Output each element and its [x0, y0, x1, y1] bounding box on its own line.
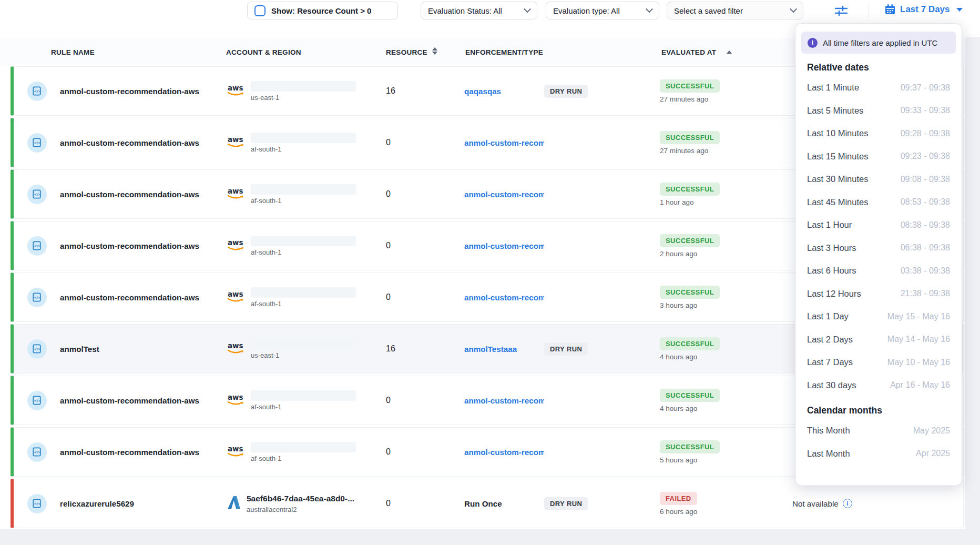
date-option-label: Last 12 Hours — [807, 289, 861, 299]
enforcement-link[interactable]: anmol-custom-recommen... — [464, 293, 544, 302]
date-option-label: Last 1 Minute — [807, 83, 859, 93]
region-label: af-south-1 — [251, 248, 356, 256]
chevron-down-icon — [790, 5, 797, 13]
evaluation-status-dropdown[interactable]: Evaluation Status: All — [421, 2, 537, 19]
date-option-range: 09:37 - 09:38 — [901, 83, 950, 93]
rule-icon: </> — [27, 82, 47, 101]
status-badge: SUCCESSFUL — [660, 183, 720, 196]
region-label: af-south-1 — [251, 197, 356, 205]
aws-logo: aws — [226, 444, 246, 460]
rule-name: anmolTest — [60, 345, 218, 354]
rule-name: anmol-custom-recommendation-aws — [60, 87, 218, 96]
date-option[interactable]: Last 3 Hours 06:38 - 09:38 — [795, 237, 962, 260]
column-header-account[interactable]: ACCOUNT & REGION — [226, 48, 301, 56]
date-option[interactable]: Last 1 Day May 15 - May 16 — [795, 305, 962, 328]
date-option[interactable]: Last 30 Minutes 09:08 - 09:38 — [795, 168, 962, 191]
date-option[interactable]: Last 12 Hours 21:38 - 09:38 — [795, 282, 962, 306]
date-option-range: 09:28 - 09:38 — [901, 129, 950, 138]
account-name-redacted — [251, 287, 356, 298]
status-badge: FAILED — [660, 492, 697, 505]
date-option-range: 09:33 - 09:38 — [901, 106, 950, 115]
resource-count: 0 — [370, 138, 448, 147]
svg-text:aws: aws — [228, 187, 243, 195]
azure-logo — [226, 496, 242, 512]
account-name-redacted — [251, 339, 356, 349]
enforcement-link[interactable]: anmolTestaaa — [464, 345, 544, 354]
rule-name: anmol-custom-recommendation-aws — [60, 241, 218, 250]
account-id: 5aef6b46-7daa-45ea-a8d0-... — [247, 494, 354, 503]
enforcement-link[interactable]: anmol-custom-recommen... — [464, 138, 544, 147]
evaluated-time: 6 hours ago — [660, 508, 697, 516]
status-badge: SUCCESSFUL — [660, 440, 720, 453]
date-range-dropdown[interactable]: Last 7 Days — [884, 4, 963, 15]
rule-name: relicxazurerule5629 — [60, 499, 218, 508]
evaluation-type-dropdown[interactable]: Evaluation type: All — [546, 2, 659, 19]
evaluated-time: 27 minutes ago — [660, 147, 708, 155]
column-header-rule-name[interactable]: RULE NAME — [51, 48, 95, 56]
resource-count: 0 — [370, 499, 448, 508]
rule-icon: </> — [27, 133, 47, 153]
date-option[interactable]: Last 6 Hours 03:38 - 09:38 — [795, 259, 962, 282]
date-range-panel: i All time filters are applied in UTC Re… — [795, 24, 962, 486]
date-option-label: This Month — [807, 426, 850, 436]
date-option-label: Last 7 Days — [807, 357, 853, 367]
status-badge: SUCCESSFUL — [660, 389, 720, 402]
date-option-range: May 10 - May 16 — [887, 358, 950, 367]
enforcement-link[interactable]: Run Once — [464, 499, 544, 508]
svg-text:</>: </> — [34, 450, 41, 455]
evaluated-time: 3 hours ago — [660, 301, 697, 309]
status-badge: SUCCESSFUL — [660, 234, 720, 247]
date-option[interactable]: Last 1 Minute 09:37 - 09:38 — [795, 76, 962, 99]
column-header-enforcement[interactable]: ENFORCEMENT/TYPE — [465, 48, 543, 56]
enforcement-link[interactable]: anmol-custom-recommen... — [464, 448, 544, 457]
date-option-label: Last 30 days — [807, 380, 856, 390]
svg-text:</>: </> — [34, 399, 41, 403]
date-option[interactable]: Last 2 Days May 14 - May 16 — [795, 328, 962, 351]
saved-filter-dropdown[interactable]: Select a saved filter — [667, 2, 803, 19]
chevron-down-icon — [524, 5, 531, 13]
checkbox[interactable] — [254, 5, 266, 16]
filter-settings-button[interactable] — [833, 3, 849, 19]
date-option[interactable]: Last 1 Hour 08:38 - 09:38 — [795, 214, 962, 237]
date-option-range: 03:38 - 09:38 — [901, 266, 950, 276]
resource-count: 0 — [370, 396, 448, 405]
date-option[interactable]: Last 30 days Apr 16 - May 16 — [795, 374, 962, 397]
enforcement-link[interactable]: qaqasqas — [464, 87, 544, 96]
info-icon[interactable]: i — [843, 499, 852, 508]
date-option[interactable]: Last Month Apr 2025 — [795, 442, 962, 466]
filter-toolbar: Show: Resource Count > 0 Evaluation Stat… — [0, 0, 980, 22]
date-option-label: Last 6 Hours — [807, 266, 856, 276]
resource-count-filter-toggle[interactable]: Show: Resource Count > 0 — [247, 2, 398, 19]
sort-asc-icon[interactable] — [727, 51, 732, 54]
resource-count: 16 — [370, 344, 448, 354]
evaluated-time: 1 hour ago — [660, 198, 694, 206]
date-range-label: Last 7 Days — [900, 4, 950, 15]
evaluated-time: 27 minutes ago — [660, 95, 708, 103]
status-badge: SUCCESSFUL — [660, 337, 720, 350]
date-option[interactable]: Last 7 Days May 10 - May 16 — [795, 351, 962, 374]
utc-notice: i All time filters are applied in UTC — [801, 32, 956, 54]
enforcement-link[interactable]: anmol-custom-recommen... — [464, 190, 544, 199]
date-option[interactable]: Last 45 Minutes 08:53 - 09:38 — [795, 191, 962, 214]
rules-evaluation-page: Show: Resource Count > 0 Evaluation Stat… — [0, 0, 980, 545]
aws-logo: aws — [226, 392, 246, 408]
account-name-redacted — [251, 236, 356, 246]
saved-filter-placeholder: Select a saved filter — [674, 6, 743, 15]
column-header-evaluated[interactable]: EVALUATED AT — [661, 48, 716, 56]
table-row[interactable]: </> relicxazurerule5629 aws — [11, 479, 964, 528]
resource-count: 0 — [370, 447, 448, 457]
date-option[interactable]: Last 10 Minutes 09:28 - 09:38 — [795, 122, 962, 145]
date-option[interactable]: Last 15 Minutes 09:23 - 09:38 — [795, 145, 962, 168]
sort-icon[interactable] — [432, 47, 437, 55]
info-icon: i — [808, 38, 818, 48]
date-option[interactable]: Last 5 Minutes 09:33 - 09:38 — [795, 99, 962, 123]
region-label: australiacentral2 — [247, 506, 354, 513]
svg-text:aws: aws — [228, 135, 243, 144]
enforcement-link[interactable]: anmol-custom-recommen... — [464, 396, 544, 405]
column-header-resource[interactable]: RESOURCE — [386, 48, 427, 56]
dry-run-badge: DRY RUN — [544, 85, 588, 98]
date-option[interactable]: This Month May 2025 — [795, 419, 962, 442]
enforcement-link[interactable]: anmol-custom-recommen... — [464, 241, 544, 250]
region-label: af-south-1 — [251, 145, 356, 153]
resource-count-filter-label: Show: Resource Count > 0 — [271, 6, 371, 15]
